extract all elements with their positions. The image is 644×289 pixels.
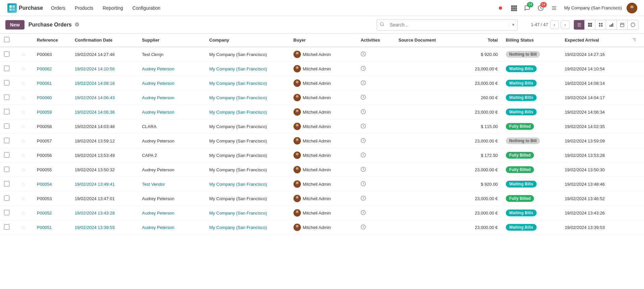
activity-clock-icon[interactable] (361, 139, 366, 144)
ref-link[interactable]: P00054 (37, 182, 52, 187)
dot-status[interactable] (495, 3, 506, 13)
chart-view-button[interactable] (606, 20, 617, 30)
page-settings-icon[interactable]: ⚙ (74, 21, 79, 28)
row-ref-cell[interactable]: P00059 (33, 105, 71, 119)
total-header[interactable]: Total (451, 34, 502, 47)
row-checkbox-cell[interactable] (0, 76, 17, 91)
row-supplier-cell[interactable]: Audrey Peterson (138, 191, 205, 206)
nav-reporting[interactable]: Reporting (98, 0, 128, 16)
row-supplier-cell[interactable]: Audrey Peterson (138, 76, 205, 91)
column-settings-header[interactable] (628, 34, 644, 47)
activity-clock-icon[interactable] (361, 211, 366, 216)
row-activities-cell[interactable] (357, 76, 394, 91)
billing-status-header[interactable]: Billing Status (502, 34, 561, 47)
row-favorite-cell[interactable]: ☆ (17, 206, 33, 220)
row-company-cell[interactable]: My Company (San Francisco) (205, 47, 289, 62)
activity-clock-icon[interactable] (361, 168, 366, 173)
nav-configuration[interactable]: Configuration (128, 0, 165, 16)
ref-link[interactable]: P00052 (37, 211, 52, 216)
row-favorite-cell[interactable]: ☆ (17, 62, 33, 76)
star-icon[interactable]: ☆ (21, 153, 25, 158)
row-activities-cell[interactable] (357, 220, 394, 235)
activity-clock-icon[interactable] (361, 81, 366, 86)
activity-clock-icon[interactable] (361, 225, 366, 231)
row-checkbox-cell[interactable] (0, 163, 17, 177)
supplier-link[interactable]: Test Vendor (142, 182, 165, 187)
company-link[interactable]: My Company (San Francisco) (209, 95, 267, 100)
supplier-link[interactable]: Audrey Peterson (142, 211, 174, 216)
supplier-link[interactable]: Audrey Peterson (142, 66, 174, 71)
search-input[interactable] (387, 22, 509, 27)
date-link[interactable]: 19/02/2024 14:06:36 (75, 110, 115, 115)
supplier-link[interactable]: Audrey Peterson (142, 225, 174, 230)
row-company-cell[interactable]: My Company (San Francisco) (205, 148, 289, 163)
company-link[interactable]: My Company (San Francisco) (209, 81, 267, 86)
date-link[interactable]: 19/02/2024 14:06:43 (75, 95, 115, 100)
brand-logo[interactable]: Purchase (4, 3, 46, 13)
ref-link[interactable]: P00062 (37, 66, 52, 71)
row-activities-cell[interactable] (357, 62, 394, 76)
row-ref-cell[interactable]: P00058 (33, 119, 71, 134)
row-supplier-cell[interactable]: Test Vendor (138, 177, 205, 191)
star-icon[interactable]: ☆ (21, 109, 25, 115)
expected-arrival-header[interactable]: Expected Arrival (561, 34, 628, 47)
company-link[interactable]: My Company (San Francisco) (209, 66, 267, 71)
company-link[interactable]: My Company (San Francisco) (209, 182, 267, 187)
ref-link[interactable]: P00051 (37, 225, 52, 230)
star-icon[interactable]: ☆ (21, 124, 25, 129)
row-supplier-cell[interactable]: CLARA (138, 119, 205, 134)
star-icon[interactable]: ☆ (21, 181, 25, 187)
confirmation-date-header[interactable]: Confirmation Date (71, 34, 138, 47)
row-checkbox[interactable] (4, 195, 9, 201)
row-supplier-cell[interactable]: Audrey Peterson (138, 134, 205, 148)
row-checkbox[interactable] (4, 167, 9, 172)
row-checkbox[interactable] (4, 224, 9, 230)
activity-clock-icon[interactable] (361, 67, 366, 72)
star-icon[interactable]: ☆ (21, 225, 25, 230)
star-icon[interactable]: ☆ (21, 138, 25, 144)
settings-icon[interactable] (549, 3, 559, 13)
date-link[interactable]: 19/02/2024 14:10:56 (75, 66, 115, 71)
calendar-view-button[interactable] (617, 20, 628, 30)
row-checkbox[interactable] (4, 152, 9, 158)
row-ref-cell[interactable]: P00057 (33, 134, 71, 148)
row-supplier-cell[interactable]: Audrey Peterson (138, 62, 205, 76)
company-header[interactable]: Company (205, 34, 289, 47)
row-checkbox[interactable] (4, 210, 9, 215)
star-icon[interactable]: ☆ (21, 66, 25, 72)
row-ref-cell[interactable]: P00055 (33, 163, 71, 177)
select-all-checkbox[interactable] (4, 37, 9, 42)
supplier-link[interactable]: Audrey Peterson (142, 81, 174, 86)
grid-view-button[interactable] (595, 20, 606, 30)
row-checkbox-cell[interactable] (0, 220, 17, 235)
date-link[interactable]: 19/02/2024 13:39:55 (75, 225, 115, 230)
nav-orders[interactable]: Orders (46, 0, 70, 16)
buyer-header[interactable]: Buyer (289, 34, 357, 47)
date-link[interactable]: 19/02/2024 13:43:28 (75, 211, 115, 216)
row-checkbox-cell[interactable] (0, 62, 17, 76)
row-favorite-cell[interactable]: ☆ (17, 76, 33, 91)
star-icon[interactable]: ☆ (21, 167, 25, 173)
row-favorite-cell[interactable]: ☆ (17, 47, 33, 62)
row-company-cell[interactable]: My Company (San Francisco) (205, 177, 289, 191)
row-company-cell[interactable]: My Company (San Francisco) (205, 119, 289, 134)
row-activities-cell[interactable] (357, 148, 394, 163)
row-company-cell[interactable]: My Company (San Francisco) (205, 191, 289, 206)
clock-icon[interactable]: 54 (535, 3, 546, 13)
row-company-cell[interactable]: My Company (San Francisco) (205, 134, 289, 148)
row-activities-cell[interactable] (357, 177, 394, 191)
row-favorite-cell[interactable]: ☆ (17, 163, 33, 177)
row-ref-cell[interactable]: P00063 (33, 47, 71, 62)
row-company-cell[interactable]: My Company (San Francisco) (205, 105, 289, 119)
row-favorite-cell[interactable]: ☆ (17, 134, 33, 148)
row-ref-cell[interactable]: P00054 (33, 177, 71, 191)
date-link[interactable]: 19/02/2024 14:08:16 (75, 81, 115, 86)
activity-clock-icon[interactable] (361, 182, 366, 187)
row-company-cell[interactable]: My Company (San Francisco) (205, 62, 289, 76)
activity-clock-icon[interactable] (361, 196, 366, 202)
row-company-cell[interactable]: My Company (San Francisco) (205, 220, 289, 235)
row-activities-cell[interactable] (357, 191, 394, 206)
company-link[interactable]: My Company (San Francisco) (209, 211, 267, 216)
activity-view-button[interactable] (628, 20, 638, 30)
row-favorite-cell[interactable]: ☆ (17, 119, 33, 134)
